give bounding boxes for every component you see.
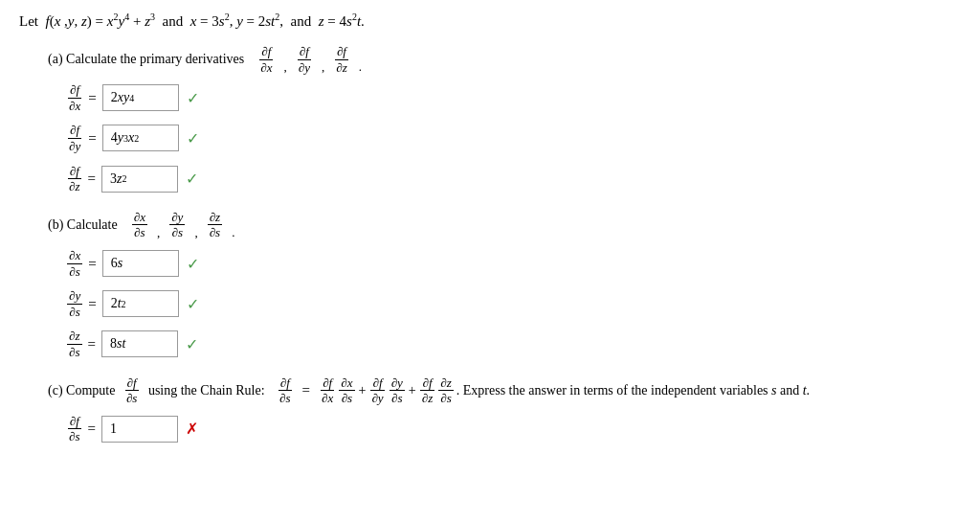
- dz-ds-check: ✓: [186, 335, 198, 353]
- frac-df-dz: ∂f ∂z: [67, 164, 82, 194]
- df-ds-input[interactable]: 1: [101, 416, 178, 443]
- frac-df-dx-chain: ∂f ∂x: [320, 375, 335, 406]
- part-b-derivative-labels: ∂x ∂s , ∂y ∂s , ∂z ∂s .: [132, 210, 235, 240]
- frac-df-ds-answer: ∂f ∂s: [67, 414, 82, 444]
- part-c-text: (c) Compute: [48, 383, 115, 398]
- equals-2: =: [88, 130, 96, 147]
- dy-ds-check: ✓: [187, 295, 199, 313]
- using-chain-rule-text: using the Chain Rule:: [148, 383, 265, 398]
- part-c: (c) Compute ∂f ∂s using the Chain Rule: …: [48, 375, 961, 444]
- frac-df-dx-label: ∂f ∂x: [258, 44, 274, 75]
- frac-dx-ds-label: ∂x ∂s: [132, 210, 147, 240]
- frac-df-dy: ∂f ∂y: [67, 123, 82, 153]
- frac-df-dz-label: ∂f ∂z: [334, 44, 349, 75]
- equals-5: =: [88, 296, 96, 312]
- frac-dz-ds: ∂z ∂s: [67, 329, 82, 359]
- dx-ds-row: ∂x ∂s = 6s ✓: [67, 248, 961, 279]
- df-dz-input[interactable]: 3z2: [101, 166, 178, 193]
- frac-df-dy-label: ∂f ∂y: [297, 44, 312, 75]
- part-a: (a) Calculate the primary derivatives ∂f…: [48, 44, 961, 194]
- frac-dy-ds-chain: ∂y ∂s: [390, 375, 405, 406]
- dy-ds-row: ∂y ∂s = 2t2 ✓: [67, 288, 961, 319]
- equals-7: =: [88, 421, 96, 437]
- frac-df-dy-chain: ∂f ∂y: [369, 375, 385, 406]
- df-dy-input[interactable]: 4y3x2: [102, 125, 179, 151]
- dx-ds-input[interactable]: 6s: [102, 250, 179, 277]
- frac-df-ds-compute: ∂f ∂s: [124, 375, 140, 406]
- equals-3: =: [88, 171, 96, 187]
- df-dx-input[interactable]: 2xy4: [102, 84, 179, 111]
- frac-df-dx: ∂f ∂x: [67, 82, 82, 113]
- dz-ds-row: ∂z ∂s = 8st ✓: [67, 329, 961, 359]
- df-dy-row: ∂f ∂y = 4y3x2 ✓: [67, 123, 961, 153]
- part-b: (b) Calculate ∂x ∂s , ∂y ∂s , ∂z ∂s . ∂x…: [48, 210, 961, 360]
- part-c-label: (c) Compute ∂f ∂s using the Chain Rule: …: [48, 375, 961, 406]
- part-a-derivative-labels: ∂f ∂x , ∂f ∂y , ∂f ∂z .: [258, 44, 362, 75]
- part-a-label: (a) Calculate the primary derivatives ∂f…: [48, 44, 961, 75]
- df-dx-row: ∂f ∂x = 2xy4 ✓: [67, 82, 961, 113]
- dz-ds-input[interactable]: 8st: [101, 330, 178, 357]
- equals-6: =: [88, 336, 96, 352]
- df-dx-check: ✓: [187, 89, 199, 107]
- dy-ds-input[interactable]: 2t2: [102, 290, 179, 317]
- equals-1: =: [88, 90, 96, 106]
- part-b-label: (b) Calculate ∂x ∂s , ∂y ∂s , ∂z ∂s .: [48, 210, 961, 240]
- df-dz-check: ✓: [186, 170, 198, 188]
- equals-4: =: [88, 256, 96, 272]
- df-dy-check: ✓: [187, 129, 199, 148]
- chain-rule-formula: ∂f ∂s = ∂f ∂x ∂x ∂s + ∂f ∂y ∂y ∂s +: [278, 375, 454, 406]
- express-text: . Express the answer in terms of the ind…: [457, 383, 810, 398]
- df-dz-row: ∂f ∂z = 3z2 ✓: [67, 164, 961, 194]
- frac-dz-ds-chain: ∂z ∂s: [438, 375, 454, 406]
- dx-ds-check: ✓: [187, 255, 199, 273]
- frac-dy-ds: ∂y ∂s: [67, 288, 82, 319]
- problem-statement: Let f(x ,y, z) = x2y4 + z3 Let f(x ,y, z…: [19, 10, 961, 33]
- df-ds-cross: ✗: [186, 420, 198, 438]
- frac-df-dz-chain: ∂f ∂z: [420, 375, 435, 406]
- df-ds-answer-row: ∂f ∂s = 1 ✗: [67, 414, 961, 444]
- frac-dx-ds: ∂x ∂s: [67, 248, 82, 279]
- frac-dy-ds-label: ∂y ∂s: [169, 210, 185, 240]
- frac-df-ds-chain: ∂f ∂s: [278, 375, 293, 406]
- frac-dz-ds-label: ∂z ∂s: [208, 210, 223, 240]
- frac-dx-ds-chain: ∂x ∂s: [339, 375, 354, 406]
